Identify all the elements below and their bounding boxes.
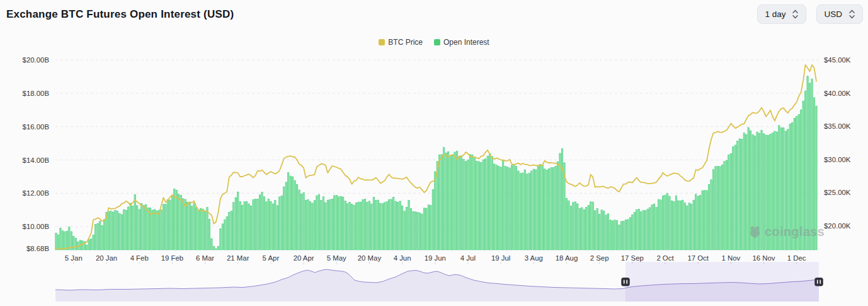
oi-bar [211, 238, 212, 250]
oi-bar [430, 205, 431, 250]
oi-bar [588, 206, 589, 250]
oi-bar [641, 212, 642, 250]
oi-bar [242, 205, 243, 250]
oi-bar [469, 155, 471, 250]
oi-bar [309, 202, 311, 250]
y-axis-left-tick: $14.00B [23, 156, 49, 164]
oi-bar [327, 200, 328, 250]
oi-bar [642, 211, 644, 250]
oi-bar [253, 199, 254, 250]
x-axis-tick: 6 Mar [196, 254, 214, 262]
oi-bar [404, 211, 405, 250]
oi-bar [250, 206, 251, 250]
oi-bar [671, 201, 672, 250]
oi-bar [656, 208, 657, 250]
oi-bar [263, 197, 265, 250]
oi-bar [666, 193, 668, 250]
x-axis-tick: 17 Oct [687, 254, 709, 262]
coinglass-logo-icon [748, 225, 762, 238]
oi-bar [513, 165, 515, 250]
oi-bar [101, 226, 103, 250]
oi-bar [693, 200, 694, 250]
oi-bar [483, 160, 484, 250]
oi-bar [180, 196, 181, 250]
oi-bar [158, 210, 159, 250]
oi-bar [336, 195, 337, 250]
oi-bar [389, 199, 390, 250]
x-axis-tick: 16 Nov [752, 254, 775, 262]
oi-bar [592, 202, 593, 250]
oi-bar [325, 203, 326, 250]
oi-bar [574, 202, 576, 250]
navigator-handle-left[interactable] [621, 278, 630, 286]
oi-bar [498, 166, 499, 250]
range-navigator[interactable] [55, 262, 823, 302]
oi-bar [561, 149, 562, 250]
handle-box[interactable] [814, 278, 823, 286]
oi-bar [132, 206, 134, 250]
oi-bar [733, 146, 734, 250]
oi-bar [189, 202, 190, 250]
oi-bar [281, 196, 282, 250]
oi-bar [99, 221, 100, 250]
oi-bar [329, 199, 331, 250]
oi-bar [730, 153, 731, 250]
oi-bar [171, 196, 173, 250]
oi-bar [603, 211, 604, 250]
oi-bar [711, 180, 712, 250]
oi-bar [435, 172, 436, 250]
oi-bar [349, 203, 350, 250]
handle-box[interactable] [621, 278, 630, 286]
oi-bar [226, 216, 227, 250]
oi-bar [229, 212, 230, 250]
oi-bar [697, 196, 699, 250]
oi-bar [414, 212, 416, 250]
oi-bar [66, 232, 67, 250]
oi-bar [94, 225, 96, 250]
oi-bar [627, 220, 629, 250]
x-axis-tick: 4 Jul [460, 254, 476, 262]
oi-bar [296, 184, 297, 250]
oi-bar [555, 167, 556, 250]
oi-bar [152, 210, 153, 250]
oi-bar [524, 170, 525, 250]
oi-bar [368, 201, 370, 250]
oi-bar [520, 174, 521, 250]
oi-bar [108, 211, 109, 250]
oi-bar [97, 223, 98, 250]
oi-bar [340, 196, 341, 250]
oi-bar [244, 202, 245, 250]
watermark-text: coinglass [765, 225, 825, 239]
oi-bar [557, 162, 558, 250]
oi-bar [485, 159, 486, 250]
oi-bar [605, 215, 607, 250]
oi-bar [143, 206, 144, 250]
watermark: coinglass [748, 225, 825, 239]
oi-bar [397, 203, 398, 250]
oi-bar [506, 167, 508, 250]
oi-bar [542, 165, 543, 250]
oi-bar [573, 203, 574, 250]
x-axis-tick: 1 Nov [721, 254, 740, 262]
oi-bar [665, 195, 666, 250]
x-axis-tick: 5 Jan [65, 254, 83, 262]
y-axis-left-tick: $12.00B [23, 189, 49, 197]
oi-bar [695, 194, 697, 250]
oi-bar [377, 200, 379, 250]
oi-bar [481, 162, 482, 250]
oi-bar [316, 196, 317, 250]
oi-bar [198, 210, 199, 250]
oi-bar [204, 211, 205, 250]
oi-bar [476, 161, 477, 250]
oi-bar [566, 199, 567, 250]
oi-bar [607, 214, 608, 250]
oi-bar [239, 201, 241, 250]
oi-bar [207, 208, 208, 250]
navigator-selection[interactable] [625, 262, 819, 302]
oi-bar [522, 173, 523, 250]
oi-bar [115, 211, 116, 250]
oi-bar [500, 167, 501, 250]
oi-bar [719, 167, 721, 250]
navigator-handle-right[interactable] [814, 278, 823, 286]
oi-bar [346, 204, 348, 250]
